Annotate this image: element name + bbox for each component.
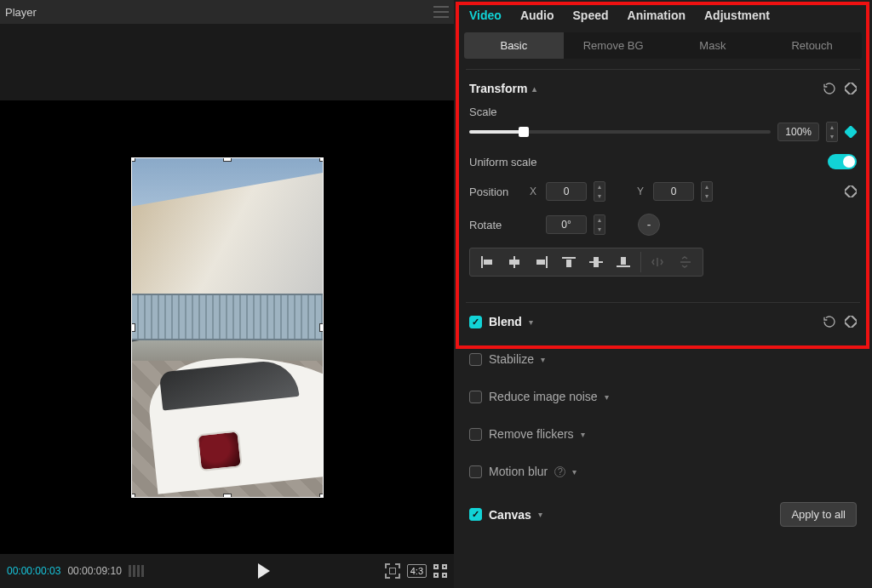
uniform-scale-label: Uniform scale	[469, 156, 821, 168]
sub-tabs: Basic Remove BG Mask Retouch	[464, 32, 862, 59]
svg-rect-0	[845, 83, 857, 94]
align-row	[469, 248, 857, 277]
keyframe-icon[interactable]	[845, 316, 857, 328]
subtab-basic[interactable]: Basic	[464, 32, 564, 59]
crop-icon[interactable]	[385, 563, 400, 579]
chevron-up-icon: ▴	[532, 84, 536, 94]
chevron-down-icon[interactable]: ▾	[538, 510, 542, 519]
chevron-down-icon[interactable]: ▾	[605, 392, 609, 402]
info-icon[interactable]: ?	[554, 466, 565, 477]
scale-value[interactable]: 100%	[777, 123, 819, 141]
tab-adjustment[interactable]: Adjustment	[704, 9, 770, 22]
blend-checkbox[interactable]	[469, 316, 482, 328]
player-title: Player	[5, 6, 37, 19]
subtab-mask[interactable]: Mask	[663, 32, 763, 59]
position-x-input[interactable]: 0	[546, 182, 587, 201]
stabilize-checkbox[interactable]	[469, 353, 482, 366]
position-y-stepper[interactable]: ▴▾	[701, 181, 713, 202]
svg-rect-1	[845, 126, 857, 138]
motion-blur-checkbox[interactable]	[469, 465, 482, 478]
align-center-h-icon[interactable]	[501, 252, 528, 272]
align-bottom-icon[interactable]	[610, 252, 637, 272]
svg-rect-15	[845, 316, 857, 328]
svg-rect-4	[484, 260, 492, 265]
video-clip-frame[interactable]	[131, 157, 324, 498]
uniform-scale-toggle[interactable]	[828, 154, 857, 169]
subtab-retouch[interactable]: Retouch	[762, 32, 862, 59]
keyframe-icon[interactable]	[845, 83, 857, 94]
svg-rect-10	[566, 260, 571, 267]
reduce-noise-section: Reduce image noise ▾	[454, 378, 872, 415]
remove-flickers-section: Remove flickers ▾	[454, 415, 872, 453]
player-controls: 00:00:00:03 00:00:09:10 4:3	[0, 554, 454, 588]
svg-rect-6	[509, 260, 519, 265]
align-top-icon[interactable]	[555, 252, 582, 272]
main-tabs: Video Audio Speed Animation Adjustment	[454, 0, 872, 29]
transform-section: Transform ▴ Scale	[454, 70, 872, 292]
resize-handle[interactable]	[223, 157, 232, 162]
chevron-down-icon[interactable]: ▾	[529, 317, 533, 327]
fullscreen-icon[interactable]	[433, 564, 447, 578]
properties-panel: Video Audio Speed Animation Adjustment B…	[454, 0, 872, 588]
keyframe-icon[interactable]	[845, 126, 857, 138]
flip-v-icon[interactable]	[672, 252, 699, 272]
chevron-down-icon[interactable]: ▾	[541, 355, 545, 364]
reset-icon[interactable]	[823, 315, 836, 328]
tab-animation[interactable]: Animation	[628, 9, 686, 22]
keyframe-icon[interactable]	[845, 186, 857, 197]
stabilize-section: Stabilize ▾	[454, 340, 872, 378]
rotate-reset-button[interactable]: -	[638, 214, 660, 236]
apply-to-all-button[interactable]: Apply to all	[780, 502, 857, 527]
menu-icon[interactable]	[433, 6, 449, 18]
resize-handle[interactable]	[319, 323, 324, 332]
resize-handle[interactable]	[131, 157, 135, 162]
subtab-remove-bg[interactable]: Remove BG	[564, 32, 663, 59]
flip-h-icon[interactable]	[645, 252, 672, 272]
align-right-icon[interactable]	[528, 252, 555, 272]
align-left-icon[interactable]	[473, 252, 501, 272]
scale-label: Scale	[469, 106, 520, 118]
motion-blur-section: Motion blur ? ▾	[454, 453, 872, 490]
aspect-ratio-button[interactable]: 4:3	[407, 564, 427, 578]
position-x-stepper[interactable]: ▴▾	[594, 181, 605, 202]
align-center-v-icon[interactable]	[582, 252, 610, 272]
chevron-down-icon[interactable]: ▾	[581, 430, 585, 439]
canvas-checkbox[interactable]	[469, 508, 482, 521]
resize-handle[interactable]	[319, 494, 324, 498]
player-viewport[interactable]	[0, 100, 454, 554]
scale-slider[interactable]	[469, 130, 771, 134]
canvas-section: Canvas ▾ Apply to all	[454, 490, 872, 539]
scale-stepper[interactable]: ▴▾	[826, 122, 838, 142]
blend-section: Blend ▾	[454, 303, 872, 340]
svg-rect-12	[594, 257, 599, 267]
tab-audio[interactable]: Audio	[520, 9, 554, 22]
time-total: 00:00:09:10	[67, 565, 121, 577]
resize-handle[interactable]	[131, 494, 135, 498]
rotate-stepper[interactable]: ▴▾	[594, 214, 605, 235]
uniform-scale-row: Uniform scale	[469, 154, 857, 169]
scale-row: Scale	[469, 106, 857, 118]
remove-flickers-checkbox[interactable]	[469, 428, 482, 441]
reduce-noise-checkbox[interactable]	[469, 391, 482, 403]
svg-rect-2	[845, 186, 857, 197]
resize-handle[interactable]	[319, 157, 324, 162]
reset-icon[interactable]	[823, 82, 836, 95]
position-row: Position X 0 ▴▾ Y 0 ▴▾	[469, 181, 857, 202]
player-header: Player	[0, 0, 454, 24]
svg-rect-8	[536, 260, 545, 265]
resize-handle[interactable]	[223, 494, 232, 498]
position-y-input[interactable]: 0	[653, 182, 694, 201]
player-panel: Player 00:00:00:	[0, 0, 454, 588]
svg-rect-14	[621, 257, 626, 265]
rotate-input[interactable]: 0°	[546, 215, 587, 234]
resize-handle[interactable]	[131, 323, 135, 332]
columns-icon[interactable]	[129, 565, 144, 577]
transform-title[interactable]: Transform ▴	[469, 82, 536, 95]
tab-speed[interactable]: Speed	[573, 9, 609, 22]
play-button[interactable]	[258, 563, 270, 579]
chevron-down-icon[interactable]: ▾	[572, 467, 577, 477]
rotate-row: Rotate 0° ▴▾ -	[469, 214, 857, 236]
time-current: 00:00:00:03	[7, 565, 60, 577]
tab-video[interactable]: Video	[469, 9, 502, 22]
